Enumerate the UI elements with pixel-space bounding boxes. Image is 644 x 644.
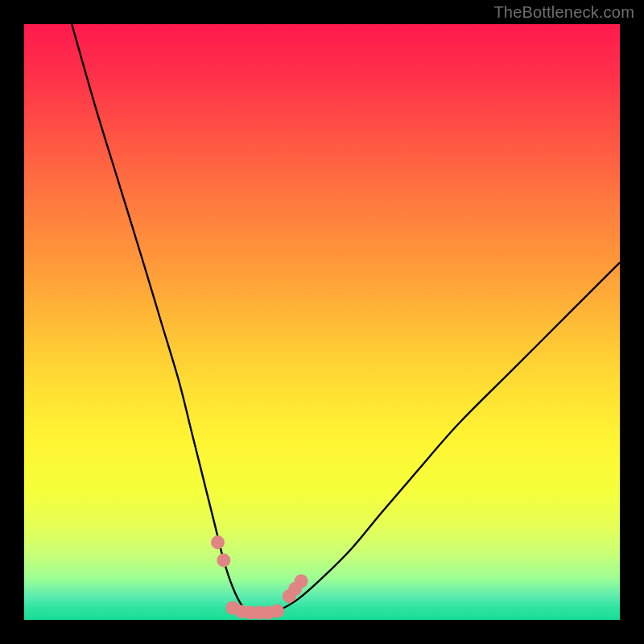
marker-point (295, 574, 308, 588)
watermark-text: TheBottleneck.com (493, 3, 634, 22)
plot-area (24, 24, 620, 620)
marker-point (211, 535, 225, 549)
chart-svg (24, 24, 620, 620)
marker-point (217, 554, 230, 568)
outer-frame: TheBottleneck.com (0, 0, 644, 644)
marker-point (270, 604, 284, 617)
bottleneck-curve (72, 24, 620, 614)
highlight-markers (211, 535, 308, 619)
